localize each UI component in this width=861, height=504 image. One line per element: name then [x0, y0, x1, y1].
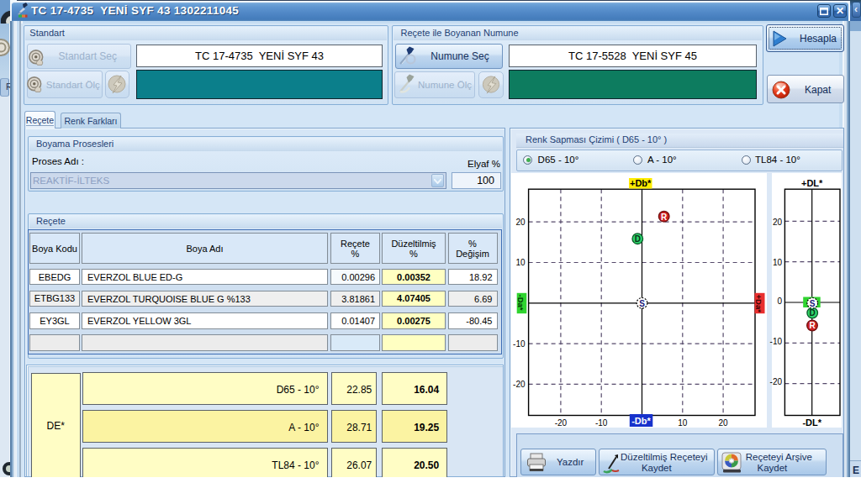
svg-text:-20: -20	[770, 377, 783, 386]
svg-text:-10: -10	[595, 418, 608, 428]
svg-text:+Da*: +Da*	[754, 294, 763, 312]
svg-text:20: 20	[515, 217, 526, 226]
svg-text:-Da*: -Da*	[516, 294, 526, 310]
svg-text:-10: -10	[770, 336, 783, 345]
svg-text:-20: -20	[513, 379, 526, 388]
svg-text:S: S	[810, 298, 816, 307]
svg-text:S: S	[639, 298, 645, 307]
svg-text:R: R	[661, 212, 668, 221]
svg-text:0: 0	[778, 296, 783, 305]
svg-text:10: 10	[678, 418, 688, 428]
svg-text:-DL*: -DL*	[803, 417, 822, 428]
svg-text:D: D	[810, 308, 816, 318]
svg-text:20: 20	[719, 418, 729, 428]
svg-text:-10: -10	[513, 339, 526, 348]
svg-text:-Db*: -Db*	[631, 415, 651, 425]
svg-text:R: R	[810, 321, 816, 330]
svg-text:+Db*: +Db*	[630, 178, 652, 188]
svg-text:10: 10	[515, 258, 526, 267]
svg-text:20: 20	[773, 217, 783, 226]
svg-text:+DL*: +DL*	[801, 177, 823, 187]
svg-text:10: 10	[773, 257, 783, 266]
svg-text:-20: -20	[555, 418, 568, 428]
svg-text:D: D	[635, 234, 641, 244]
